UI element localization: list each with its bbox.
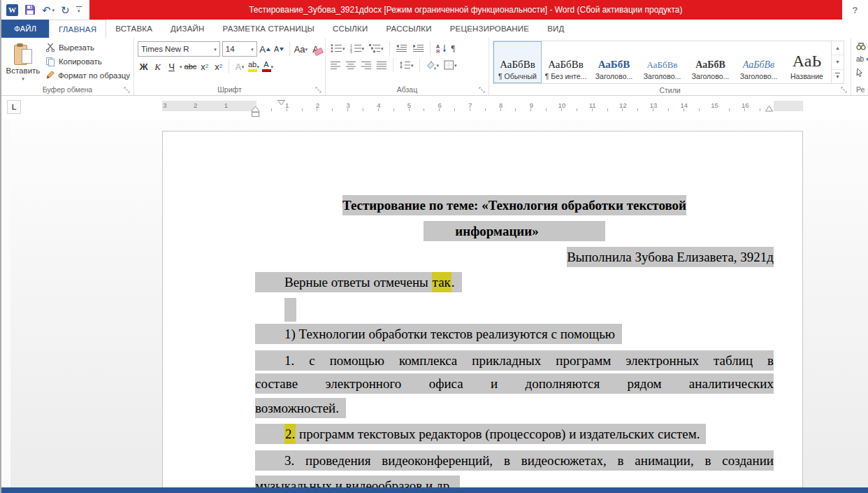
tab-вид[interactable]: ВИД [538,20,573,38]
tab-вставка[interactable]: ВСТАВКА [106,20,161,38]
strikethrough-button[interactable]: abc [185,59,197,73]
shrink-font-button[interactable]: А [273,42,285,56]
paragraph-group-label: Абзац [397,85,417,94]
document-page[interactable]: Тестирование по теме: «Технология обрабо… [162,131,803,487]
help-button[interactable]: ? [842,0,868,20]
font-dialog-launcher-icon[interactable] [315,87,321,93]
style-item-5[interactable]: АаБбВЗаголово... [686,41,735,83]
tab-главная[interactable]: ГЛАВНАЯ [49,20,106,38]
paste-dropdown-caret[interactable]: ▾ [22,76,24,81]
horizontal-ruler[interactable]: 32112345678910111213141516 [162,101,803,111]
tab-рассылки[interactable]: РАССЫЛКИ [377,20,440,38]
text-highlight-button[interactable]: ab ▾ [247,59,259,73]
underline-dropdown-caret[interactable]: ▾ [180,64,182,69]
tab-разметка-страницы[interactable]: РАЗМЕТКА СТРАНИЦЫ [214,20,324,38]
style-label: Заголово... [644,72,681,80]
undo-dropdown-caret[interactable]: ▾ [52,8,55,13]
clipboard-dialog-launcher-icon[interactable] [124,87,130,93]
bullets-button[interactable]: ▾ [329,41,347,55]
borders-icon [444,60,454,70]
sort-button[interactable]: А Я [435,41,448,55]
text-run: информации» [455,224,538,238]
align-right-button[interactable] [360,58,373,72]
left-indent-marker[interactable] [252,106,259,117]
cursor-arrow-icon [856,68,864,77]
paragraph-dialog-launcher-icon[interactable] [479,87,485,93]
tab-дизайн[interactable]: ДИЗАЙН [161,20,213,38]
style-item-6[interactable]: АаБбВвЗаголово... [735,41,783,83]
style-preview: АаБбВв [500,59,535,71]
styles-scroll-down-button[interactable]: ▾ [832,55,844,69]
copy-button[interactable]: Копировать [43,56,132,67]
style-item-2[interactable]: АаБбВв¶ Без инте... [542,41,590,83]
underline-button[interactable]: Ч [166,59,178,73]
copy-label: Копировать [59,57,102,66]
style-item-4[interactable]: АаБбВвЗаголово... [638,41,686,83]
align-center-button[interactable] [345,58,358,72]
multilevel-list-button[interactable]: ▾ [368,41,385,55]
text-run: 1. с помощью комплекса прикладных програ… [284,353,774,368]
clipboard-group-label: Буфер обмена [43,85,92,94]
line-spacing-button[interactable]: ▾ [398,58,415,72]
show-marks-button[interactable]: ¶ [450,41,457,55]
style-label: ¶ Без инте... [545,72,587,80]
highlight-dropdown-caret[interactable]: ▾ [257,64,260,69]
document-workspace: Тестирование по теме: «Технология обрабо… [1,120,868,487]
find-button[interactable] [856,40,867,52]
justify-button[interactable] [375,58,389,72]
decrease-indent-button[interactable] [394,41,409,55]
styles-scroll-up-button[interactable]: ▴ [832,41,844,55]
group-styles: АаБбВв¶ ОбычныйАаБбВв¶ Без инте...АаБбВЗ… [489,38,851,95]
selected-text: Выполнила Зубова Елизавета, 3921д [567,247,774,267]
numbering-button[interactable]: 123 ▾ [349,41,366,55]
align-left-button[interactable] [329,58,342,72]
style-item-3[interactable]: АаБбВЗаголово... [590,41,638,83]
clear-formatting-button[interactable]: А [310,42,321,56]
change-case-button[interactable]: Aa▾ [294,42,308,56]
grow-font-button[interactable]: А [259,42,271,56]
font-color-dropdown-caret[interactable]: ▾ [271,64,274,69]
text-effects-button[interactable]: А▾ [233,59,245,73]
increase-indent-button[interactable] [411,41,426,55]
selected-text: Тестирование по теме: «Технология обрабо… [342,195,686,215]
style-item-7[interactable]: АаЬНазвание [783,41,831,83]
italic-button[interactable]: К [152,59,164,73]
paste-button[interactable]: Вставить ▾ [3,40,43,84]
redo-button[interactable]: ↻ [61,5,70,15]
superscript-button[interactable]: x2 [212,59,224,73]
first-line-indent-marker[interactable] [277,100,285,106]
text-run: программ текстовых редакторов (процессор… [296,427,700,441]
select-button[interactable] [856,66,867,78]
styles-group-label: Стили [659,86,680,94]
customize-qat-button[interactable]: ▾ [76,6,82,13]
window-title-text: Тестирование_Зубова_3921дdocx [Режим огр… [249,5,682,15]
styles-dialog-launcher-icon[interactable] [841,87,847,93]
replace-button[interactable]: ab ▾ [856,53,867,65]
text-run: 1) Технологии обработки текстов реализую… [284,327,615,341]
font-name-combobox[interactable]: Times New R ▾ [138,41,220,57]
borders-button[interactable]: ▾ [442,58,458,72]
cut-button[interactable]: Вырезать [43,42,132,53]
bold-button[interactable]: Ж [138,59,150,73]
shading-button[interactable]: ▾ [424,58,441,72]
undo-button[interactable]: ↶▾ [42,5,55,15]
font-color-button[interactable]: А ▾ [261,59,273,73]
save-button[interactable] [24,4,36,15]
ruler-number: 5 [407,101,411,109]
font-size-combobox[interactable]: 14 ▾ [222,41,257,57]
tab-file[interactable]: ФАЙЛ [1,20,49,38]
format-painter-button[interactable]: Формат по образцу [43,70,132,80]
shrink-font-icon [280,48,284,51]
style-item-1[interactable]: АаБбВв¶ Обычный [493,41,542,83]
styles-more-button[interactable]: ▾ [832,70,844,83]
right-indent-marker[interactable] [765,106,773,112]
ruler-number: 13 [650,101,658,109]
selected-text: музыкальных и видеообразов и др. [255,476,460,487]
subscript-button[interactable]: x2 [198,59,210,73]
tab-stop-selector[interactable]: L [7,100,21,114]
doc-line-7: 1. с помощью комплекса прикладных програ… [255,350,774,371]
ruler-number: 1 [285,101,289,109]
tab-ссылки[interactable]: ССЫЛКИ [324,20,377,38]
tab-рецензирование[interactable]: РЕЦЕНЗИРОВАНИЕ [441,20,538,38]
ruler-number: 4 [377,101,380,109]
